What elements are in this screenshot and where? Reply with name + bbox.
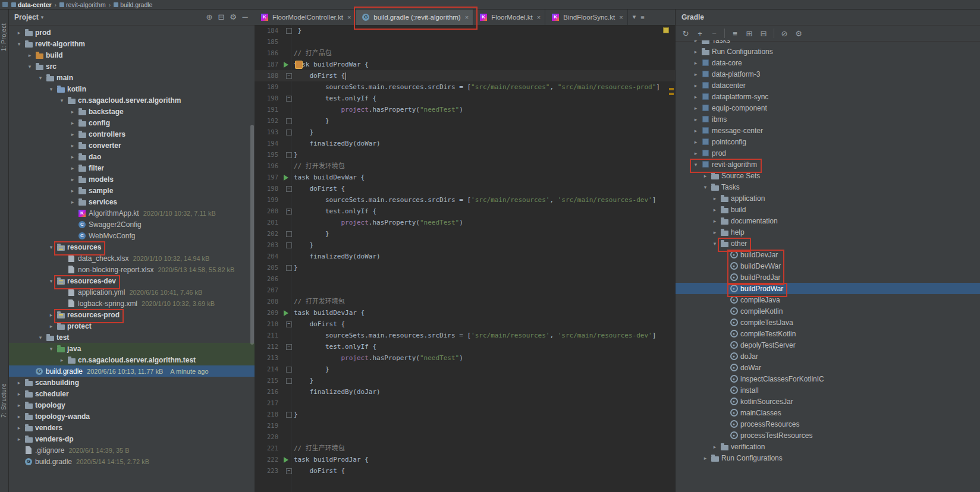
gradle-item-builddevwar[interactable]: buildDevWar <box>676 260 980 272</box>
project-item-sample[interactable]: ▸sample <box>8 185 255 196</box>
gradle-item-run-configurations[interactable]: ▸Run Configurations <box>676 46 980 57</box>
close-tab-icon[interactable]: × <box>347 14 351 21</box>
collapsed-arrow-icon[interactable]: ▸ <box>15 402 23 408</box>
collapsed-arrow-icon[interactable]: ▸ <box>711 229 718 235</box>
gradle-item-buildprodwar[interactable]: buildProdWar <box>676 283 980 294</box>
code-line-206[interactable]: 206 <box>255 273 675 285</box>
fold-marker-icon[interactable] <box>286 231 292 237</box>
breadcrumb-item-build-gradle[interactable]: build.gradle <box>114 1 152 8</box>
project-item-scanbuilding[interactable]: ▸scanbuilding <box>8 377 255 388</box>
project-item-resources[interactable]: ▾resources <box>8 241 255 253</box>
run-task-icon[interactable] <box>284 457 288 463</box>
gradle-item-dowar[interactable]: doWar <box>676 362 980 373</box>
stripe-structure-button[interactable]: 7: Structure <box>1 383 7 418</box>
gradle-item-other[interactable]: ▾other <box>676 238 980 249</box>
project-item-data-check-xlsx[interactable]: data_check.xlsx2020/1/10 10:32, 14.94 kB <box>8 253 255 264</box>
project-item-resources-prod[interactable]: ▸resources-prod <box>8 309 255 320</box>
collapsed-arrow-icon[interactable]: ▸ <box>692 83 699 89</box>
project-item-filter[interactable]: ▸filter <box>8 162 255 174</box>
gradle-item-inspectclassesforkotlinic[interactable]: inspectClassesForKotlinIC <box>676 373 980 384</box>
code-line-187[interactable]: 187task buildProdWar { <box>255 59 675 70</box>
warning-stripe-mark[interactable] <box>669 88 674 90</box>
breadcrumb-item-data-center[interactable]: data-center <box>11 1 52 8</box>
close-tab-icon[interactable]: × <box>537 14 541 21</box>
file-status-indicator[interactable] <box>663 27 669 33</box>
collapsed-arrow-icon[interactable]: ▸ <box>711 195 718 201</box>
gradle-item-run-configurations[interactable]: ▸Run Configurations <box>676 452 980 463</box>
project-item-test[interactable]: ▾test <box>8 332 255 343</box>
attach-project-button[interactable]: + <box>693 27 706 40</box>
code-line-205[interactable]: 205} <box>255 262 675 273</box>
collapsed-arrow-icon[interactable]: ▸ <box>15 436 23 442</box>
hidden-tabs-button[interactable]: ▾ <box>633 13 636 21</box>
code-line-223[interactable]: 223− doFirst { <box>255 465 675 477</box>
collapsed-arrow-icon[interactable]: ▸ <box>692 49 699 55</box>
fold-marker-icon[interactable] <box>286 242 292 248</box>
gradle-item-documentation[interactable]: ▸documentation <box>676 215 980 226</box>
gradle-item-tasks[interactable]: ▸Tasks <box>676 40 980 46</box>
project-item-scheduler[interactable]: ▸scheduler <box>8 388 255 399</box>
project-item-gitignore[interactable]: .gitignore2020/6/1 14:39, 35 B <box>8 444 255 456</box>
gradle-item-install[interactable]: install <box>676 384 980 396</box>
project-item-cn-sagacloud-server-algorithm[interactable]: ▾cn.sagacloud.server.algorithm <box>8 94 255 106</box>
fold-marker-icon[interactable]: − <box>286 96 292 102</box>
project-item-models[interactable]: ▸models <box>8 174 255 185</box>
collapsed-arrow-icon[interactable]: ▸ <box>702 173 709 179</box>
gradle-item-revit-algorithm[interactable]: ▾revit-algorithm <box>676 159 980 170</box>
code-line-195[interactable]: 195} <box>255 149 675 160</box>
collapsed-arrow-icon[interactable]: ▸ <box>69 188 76 194</box>
gradle-item-compilejava[interactable]: compileJava <box>676 294 980 305</box>
gradle-item-dojar[interactable]: doJar <box>676 351 980 362</box>
collapsed-arrow-icon[interactable]: ▸ <box>692 40 699 43</box>
collapsed-arrow-icon[interactable]: ▸ <box>711 444 718 450</box>
project-item-main[interactable]: ▾main <box>8 72 255 83</box>
collapsed-arrow-icon[interactable]: ▸ <box>69 109 76 115</box>
project-item-build[interactable]: ▸build <box>8 49 255 61</box>
editor-tab-build-gradle-revit-algorithm[interactable]: Gbuild.gradle (:revit-algorithm)× <box>356 9 473 25</box>
code-line-197[interactable]: 197task buildDevWar { <box>255 172 675 183</box>
code-line-213[interactable]: 213 project.hasProperty("needTest") <box>255 352 675 364</box>
breadcrumb-item-revit-algorithm[interactable]: revit-algorithm <box>59 1 106 8</box>
gradle-item-verification[interactable]: ▸verification <box>676 441 980 452</box>
fold-marker-icon[interactable]: − <box>286 344 292 350</box>
collapsed-arrow-icon[interactable]: ▸ <box>711 207 718 213</box>
project-item-topology-wanda[interactable]: ▸topology-wanda <box>8 411 255 422</box>
run-task-button[interactable]: ≡ <box>728 27 742 40</box>
project-item-kotlin[interactable]: ▾kotlin <box>8 83 255 94</box>
project-item-build-gradle[interactable]: Gbuild.gradle2020/5/14 14:15, 2.72 kB <box>8 456 255 467</box>
gradle-item-mainclasses[interactable]: mainClasses <box>676 407 980 418</box>
project-item-revit-algorithm[interactable]: ▾revit-algorithm <box>8 38 255 49</box>
collapsed-arrow-icon[interactable]: ▸ <box>69 154 76 160</box>
collapsed-arrow-icon[interactable]: ▸ <box>15 425 23 431</box>
collapsed-arrow-icon[interactable]: ▸ <box>15 391 23 397</box>
collapsed-arrow-icon[interactable]: ▸ <box>48 312 55 318</box>
expanded-arrow-icon[interactable]: ▾ <box>37 335 44 340</box>
code-line-190[interactable]: 190− test.onlyIf { <box>255 93 675 104</box>
code-line-202[interactable]: 202 } <box>255 228 675 239</box>
gradle-item-dataplatform-sync[interactable]: ▸dataplatform-sync <box>676 91 980 102</box>
gradle-item-compilekotlin[interactable]: compileKotlin <box>676 305 980 317</box>
expanded-arrow-icon[interactable]: ▾ <box>48 244 55 250</box>
fold-marker-icon[interactable] <box>286 265 292 271</box>
code-line-188[interactable]: 188− doFirst { <box>255 70 675 81</box>
code-line-184[interactable]: 184 } <box>255 25 675 36</box>
gradle-item-kotlinsourcesjar[interactable]: kotlinSourcesJar <box>676 396 980 407</box>
code-line-222[interactable]: 222task buildProdJar { <box>255 454 675 465</box>
collapsed-arrow-icon[interactable]: ▸ <box>692 128 699 134</box>
code-line-219[interactable]: 219 <box>255 420 675 431</box>
collapse-all-button[interactable]: ⊟ <box>757 27 770 40</box>
code-line-212[interactable]: 212− test.onlyIf { <box>255 341 675 352</box>
editor-tab-bindfloorsync-kt[interactable]: KBindFloorSync.kt× <box>545 9 627 25</box>
gradle-item-data-platform-3[interactable]: ▸data-platform-3 <box>676 68 980 80</box>
collapse-all-button[interactable]: ⊟ <box>215 11 227 23</box>
project-item-topology[interactable]: ▸topology <box>8 399 255 411</box>
expanded-arrow-icon[interactable]: ▾ <box>711 241 718 247</box>
offline-mode-button[interactable]: ⊘ <box>778 27 791 40</box>
expanded-arrow-icon[interactable]: ▾ <box>48 86 55 92</box>
gradle-settings-button[interactable]: ⚙ <box>792 27 805 40</box>
gradle-item-source-sets[interactable]: ▸Source Sets <box>676 170 980 181</box>
settings-button[interactable]: ⚙ <box>227 11 239 23</box>
project-item-resources-dev[interactable]: ▾resources-dev <box>8 275 255 286</box>
collapsed-arrow-icon[interactable]: ▸ <box>692 150 699 156</box>
editor-menu-button[interactable]: ≡ <box>640 14 644 21</box>
